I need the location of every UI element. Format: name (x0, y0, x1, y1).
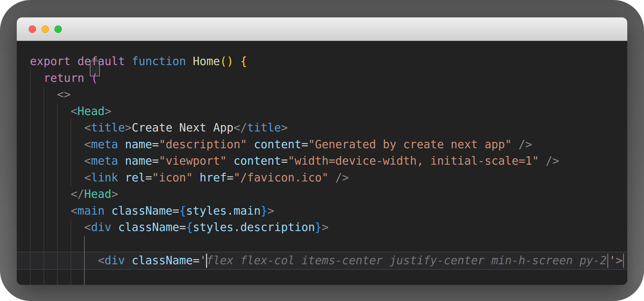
code-line[interactable]: <meta name="description" content="Genera… (30, 136, 627, 153)
code-line[interactable]: <div className={styles.description}> (30, 219, 627, 236)
code-line[interactable]: <Head> (30, 103, 627, 120)
code-token (227, 154, 233, 167)
code-token: = (152, 138, 159, 151)
code-token: > (105, 105, 111, 118)
code-token: { (240, 55, 247, 68)
code-token: "icon" (152, 171, 193, 184)
code-token: < (84, 121, 91, 134)
code-token: title (91, 121, 125, 134)
code-token: styles (186, 204, 227, 217)
code-token: Home (193, 55, 220, 68)
code-token: < (84, 154, 91, 167)
code-token: = (145, 171, 152, 184)
code-line[interactable]: <meta name="viewport" content="width=dev… (30, 153, 627, 170)
code-token: styles (193, 221, 233, 234)
code-token: description (240, 221, 315, 234)
code-token (118, 138, 125, 151)
code-token: Create Next App (132, 121, 233, 134)
code-token: content (233, 154, 281, 167)
code-lines: export default function Home() { return … (17, 41, 627, 285)
code-token: > (322, 221, 328, 234)
code-token (30, 204, 71, 217)
code-token: link (91, 171, 118, 184)
code-token: = (173, 204, 179, 217)
code-token: = (227, 171, 233, 184)
code-token: meta (91, 154, 118, 167)
code-line[interactable]: <title>Create Next App</title> (30, 120, 627, 136)
code-token (30, 121, 84, 134)
code-token: </ (71, 188, 84, 200)
code-token: = (152, 154, 159, 167)
code-token: "width=device-width, initial-scale=1" (288, 154, 539, 167)
code-token (30, 188, 71, 200)
code-token: href (200, 171, 227, 184)
code-token: rel (125, 171, 145, 184)
code-token: < (98, 254, 105, 267)
code-token: className (132, 254, 193, 267)
code-token: > (268, 204, 274, 217)
code-token: "viewport" (159, 154, 227, 167)
code-token: . (233, 221, 240, 234)
code-token: = (301, 138, 308, 151)
code-token: export default (30, 55, 132, 68)
code-token: </ (233, 121, 247, 134)
code-token: } (261, 204, 268, 217)
code-token (118, 171, 125, 184)
code-line[interactable]: <main className={styles.main}> (30, 203, 627, 219)
code-token: /> (328, 171, 349, 184)
code-line[interactable]: export default function Home() { (30, 53, 627, 70)
code-token: < (84, 221, 91, 234)
code-line[interactable] (30, 236, 627, 253)
code-token (30, 154, 84, 167)
code-token: className (111, 204, 173, 217)
traffic-lights (29, 17, 62, 41)
zoom-button[interactable] (54, 25, 62, 33)
code-token: } (315, 221, 322, 234)
minimize-button[interactable] (42, 25, 49, 33)
code-token: "/favicon.ico" (233, 171, 328, 184)
code-token: "description" (159, 138, 247, 151)
code-token: < (71, 204, 77, 217)
code-token: ' (200, 254, 206, 267)
code-token: title (247, 121, 281, 134)
code-token: ( (91, 72, 98, 84)
code-token: "Generated by create next app" (308, 138, 512, 151)
title-bar[interactable] (17, 17, 627, 41)
close-button[interactable] (29, 25, 36, 33)
code-token: Head (78, 105, 105, 118)
code-token (111, 221, 118, 234)
code-token (30, 88, 57, 101)
code-token (233, 55, 240, 68)
code-line[interactable]: return ( (30, 70, 627, 87)
code-line[interactable]: <> (30, 86, 627, 103)
code-token: . (227, 204, 233, 217)
code-token: main (233, 204, 260, 217)
code-token: ' (609, 254, 616, 267)
code-token: > (616, 254, 622, 267)
code-token (30, 105, 71, 118)
code-token: > (125, 121, 132, 134)
code-token: = (179, 221, 186, 234)
code-token (118, 154, 125, 167)
code-token (247, 138, 254, 151)
code-token: return (30, 72, 91, 84)
code-token (125, 254, 132, 267)
code-token (30, 221, 84, 234)
code-line-current[interactable]: <div className='flex flex-col items-cent… (30, 252, 627, 269)
code-line[interactable]: <link rel="icon" href="/favicon.ico" /> (30, 170, 627, 186)
code-token: Head (84, 188, 111, 200)
code-editor[interactable]: export default function Home() { return … (17, 41, 627, 285)
code-token (193, 171, 200, 184)
code-token: { (179, 204, 186, 217)
code-token: className (118, 221, 179, 234)
code-token: content (254, 138, 301, 151)
code-token: name (125, 138, 152, 151)
code-token: div (91, 221, 111, 234)
code-token: <> (57, 88, 71, 101)
code-token: meta (91, 138, 118, 151)
code-token: = (193, 254, 200, 267)
code-token: /> (539, 154, 559, 167)
code-token: > (111, 188, 118, 200)
code-token (30, 171, 84, 184)
code-line[interactable]: </Head> (30, 186, 627, 203)
